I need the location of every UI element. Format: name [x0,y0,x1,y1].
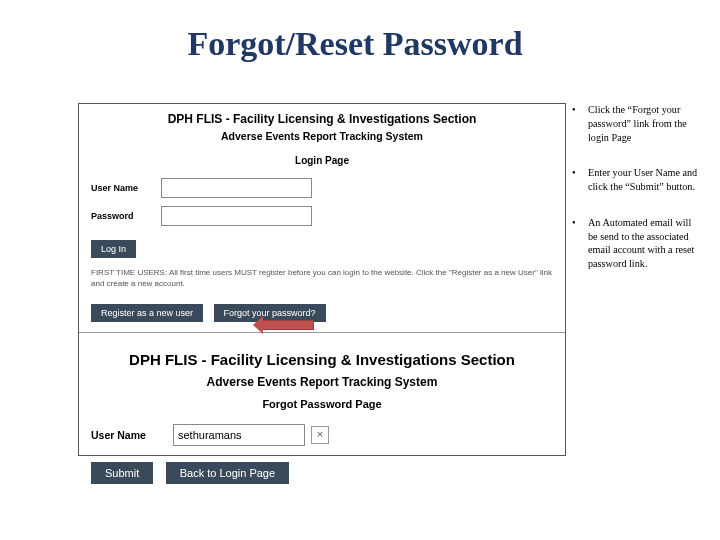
password-input[interactable] [161,206,312,226]
bullet-item: Click the “Forgot your password” link fr… [570,103,698,144]
register-new-user-button[interactable]: Register as a new user [91,304,203,322]
forgot-password-button[interactable]: Forgot your password? [214,304,326,322]
first-time-note: FIRST TIME USERS: All first time users M… [91,262,553,298]
username-input[interactable] [161,178,312,198]
instruction-bullets: Click the “Forgot your password” link fr… [570,103,698,293]
username-label: User Name [91,183,161,193]
login-app-subtitle: Adverse Events Report Tracking System [79,128,565,152]
pointer-arrow-icon [262,320,314,330]
back-to-login-button[interactable]: Back to Login Page [166,462,289,484]
clear-input-icon[interactable]: × [311,426,329,444]
slide-title: Forgot/Reset Password [0,0,560,71]
login-app-header: DPH FLIS - Facility Licensing & Investig… [79,104,565,128]
forgot-app-header: DPH FLIS - Facility Licensing & Investig… [79,333,565,372]
forgot-page-label: Forgot Password Page [79,395,565,424]
forgot-username-label: User Name [91,429,173,441]
forgot-app-subtitle: Adverse Events Report Tracking System [79,372,565,395]
bullet-item: An Automated email will be send to the a… [570,216,698,271]
password-label: Password [91,211,161,221]
login-button[interactable]: Log In [91,240,136,258]
submit-button[interactable]: Submit [91,462,153,484]
forgot-username-input[interactable] [173,424,305,446]
screenshot-panel: DPH FLIS - Facility Licensing & Investig… [78,103,566,456]
login-page-label: Login Page [79,152,565,178]
bullet-item: Enter your User Name and click the “Subm… [570,166,698,194]
